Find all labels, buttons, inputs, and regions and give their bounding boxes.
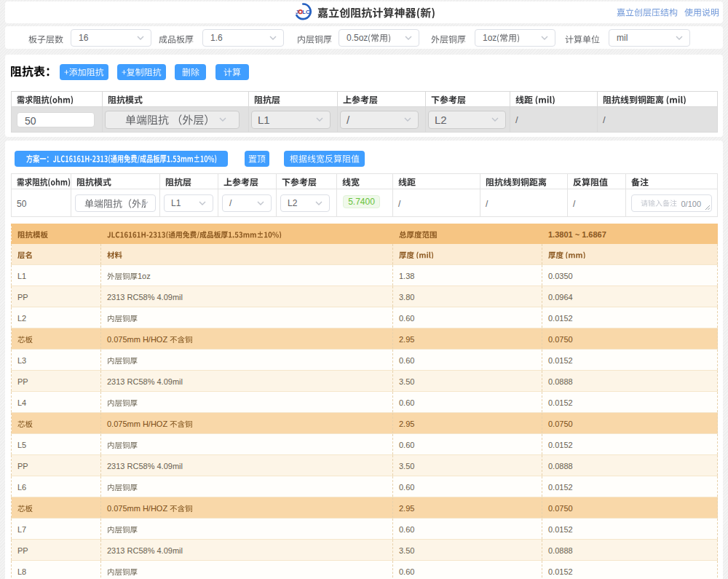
- svg-text:LC: LC: [302, 9, 310, 15]
- svg-text:J: J: [295, 9, 298, 15]
